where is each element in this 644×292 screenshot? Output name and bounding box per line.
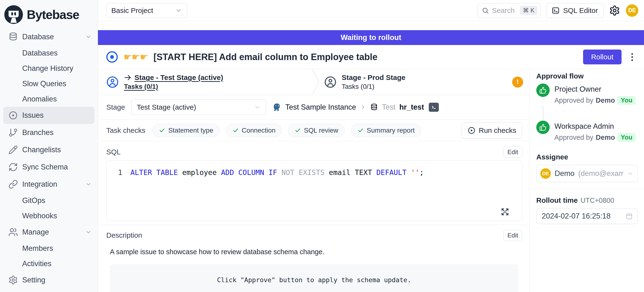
sidebar-item-sync-schema[interactable]: Sync Schema — [0, 159, 98, 176]
issue-detail-column: Stage - Test Stage (active) Tasks (0/1) … — [98, 69, 529, 292]
database-icon — [8, 32, 18, 42]
task-checks-row: Task checks Statement type Connection SQ… — [98, 120, 529, 141]
calendar-icon[interactable] — [625, 212, 633, 220]
instance-link[interactable]: Test Sample Instance — [285, 103, 356, 111]
sql-editor-button[interactable]: SQL Editor — [546, 3, 604, 18]
sql-code-line: ALTER TABLE employee ADD COLUMN IF NOT E… — [130, 168, 424, 177]
issue-title: [START HERE] Add email column to Employe… — [154, 52, 378, 62]
sidebar-item-webhooks[interactable]: Webhooks — [0, 208, 98, 224]
assignee-heading: Assignee — [536, 153, 637, 161]
assignee-name: Demo — [555, 169, 574, 178]
panel-divider — [530, 189, 644, 189]
sidebar-item-databases[interactable]: Databases — [0, 46, 98, 61]
stage-card-test[interactable]: Stage - Test Stage (active) Tasks (0/1) — [98, 69, 312, 95]
stage-tasks-count: Tasks (0/1) — [342, 83, 406, 90]
sidebar-item-gitops[interactable]: GitOps — [0, 193, 98, 208]
postgresql-icon — [272, 103, 282, 112]
approved-thumbs-up-icon — [536, 121, 550, 134]
sidebar-item-changelists[interactable]: Changelists — [0, 141, 98, 159]
rollout-time-label: Rollout time — [536, 196, 578, 204]
sidebar-item-slow-queries[interactable]: Slow Queries — [0, 76, 98, 91]
sidebar-item-branches[interactable]: Branches — [0, 124, 98, 141]
database-icon — [370, 103, 378, 111]
sidebar-item-setting[interactable]: Setting — [0, 271, 98, 289]
sidebar-item-members[interactable]: Members — [0, 241, 98, 256]
attention-badge: ! — [512, 77, 523, 88]
top-bar: Basic Project Search ⌘ K SQL Editor — [98, 0, 644, 21]
kebab-menu-icon[interactable] — [627, 52, 637, 62]
sql-edit-button[interactable]: Edit — [503, 147, 522, 158]
issue-open-icon — [106, 51, 118, 63]
main-area: Basic Project Search ⌘ K SQL Editor — [98, 0, 644, 292]
database-link[interactable]: hr_test — [400, 103, 424, 111]
rollout-button[interactable]: Rollout — [583, 50, 622, 64]
pipeline-stage-band: Stage - Test Stage (active) Tasks (0/1) … — [98, 69, 529, 95]
sync-refresh-icon — [8, 162, 18, 172]
sidebar-item-manage[interactable]: Manage — [0, 224, 98, 241]
sidebar-item-activities[interactable]: Activities — [0, 256, 98, 271]
you-badge: You — [617, 96, 636, 105]
open-sql-editor-icon[interactable] — [429, 103, 439, 112]
approval-role: Workspace Admin — [554, 121, 636, 131]
description-body: A sample issue to showcase how to review… — [106, 248, 522, 256]
issue-circle-dot-icon — [8, 111, 18, 120]
assignee-email: (demo@example — [578, 169, 624, 178]
description-section: Description Edit A sample issue to showc… — [98, 225, 529, 292]
sql-editor[interactable]: 1 ALTER TABLE employee ADD COLUMN IF NOT… — [106, 160, 522, 221]
play-circle-icon — [468, 127, 475, 134]
user-avatar[interactable]: DE — [626, 4, 638, 17]
assignee-person-icon — [106, 76, 119, 88]
sql-heading: SQL — [106, 148, 121, 156]
check-pill-connection[interactable]: Connection — [226, 124, 282, 137]
project-selector[interactable]: Basic Project — [106, 3, 187, 18]
check-icon — [232, 127, 239, 133]
chevron-right-icon — [360, 104, 366, 110]
bytebase-logo[interactable]: Bytebase — [0, 0, 98, 28]
stage-name: Stage - Prod Stage — [342, 73, 406, 82]
line-number: 1 — [106, 168, 130, 177]
issue-status-banner: Waiting to rollout — [98, 30, 644, 45]
check-pill-summary-report[interactable]: Summary report — [351, 124, 421, 137]
assignee-select[interactable]: DE Demo (demo@example — [536, 165, 638, 182]
stage-card-prod[interactable]: Stage - Prod Stage Tasks (0/1) ! — [319, 69, 530, 95]
issue-title-row: ☛☛☛ [START HERE] Add email column to Emp… — [98, 45, 644, 69]
task-checks-label: Task checks — [106, 126, 145, 134]
sidebar-item-anomalies[interactable]: Anomalies — [0, 91, 98, 107]
assignee-person-icon — [324, 76, 336, 88]
you-badge: You — [617, 133, 636, 142]
search-placeholder: Search — [492, 7, 517, 15]
run-checks-button[interactable]: Run checks — [462, 122, 522, 138]
search-input[interactable]: Search ⌘ K — [478, 3, 540, 18]
link-icon — [8, 180, 18, 189]
stage-select-dropdown[interactable]: Test Stage (active) — [131, 100, 266, 115]
sidebar-item-database[interactable]: Database — [0, 28, 98, 46]
rollout-timezone: UTC+0800 — [580, 197, 614, 204]
sidebar-item-issues[interactable]: Issues — [3, 107, 94, 124]
users-icon — [8, 227, 18, 237]
stage-select-label: Stage — [106, 103, 125, 111]
stage-separator-chevron — [312, 69, 319, 95]
description-edit-button[interactable]: Edit — [503, 230, 522, 241]
sidebar-item-integration[interactable]: Integration — [0, 176, 98, 193]
approver-name: Demo — [596, 96, 615, 104]
description-heading: Description — [106, 231, 142, 239]
sidebar-item-change-history[interactable]: Change History — [0, 61, 98, 76]
description-code-note: Click "Approve" button to apply the sche… — [110, 264, 518, 292]
approver-name: Demo — [596, 133, 615, 141]
check-pill-sql-review[interactable]: SQL review — [288, 124, 345, 137]
chevron-down-icon — [85, 34, 92, 40]
chevron-down-icon — [85, 181, 92, 187]
stage-select-row: Stage Test Stage (active) Test Sample In… — [98, 95, 529, 120]
check-pill-statement-type[interactable]: Statement type — [152, 124, 220, 137]
sidebar: Bytebase Database Databases Change Histo… — [0, 0, 98, 292]
search-shortcut-badge: ⌘ K — [520, 6, 538, 15]
bytebase-wordmark: Bytebase — [27, 8, 79, 22]
expand-fullscreen-icon[interactable] — [500, 207, 510, 216]
settings-gear-icon[interactable] — [609, 5, 620, 16]
bytebase-logo-icon — [4, 5, 23, 24]
approval-step: Workspace Admin Approved by Demo You — [536, 121, 637, 142]
check-icon — [159, 127, 165, 133]
issue-sidebar-panel: Approval flow Project Owner Approved by … — [529, 69, 644, 292]
rollout-time-input[interactable]: 2024-02-07 16:25:18 — [536, 208, 638, 224]
check-icon — [357, 127, 364, 133]
